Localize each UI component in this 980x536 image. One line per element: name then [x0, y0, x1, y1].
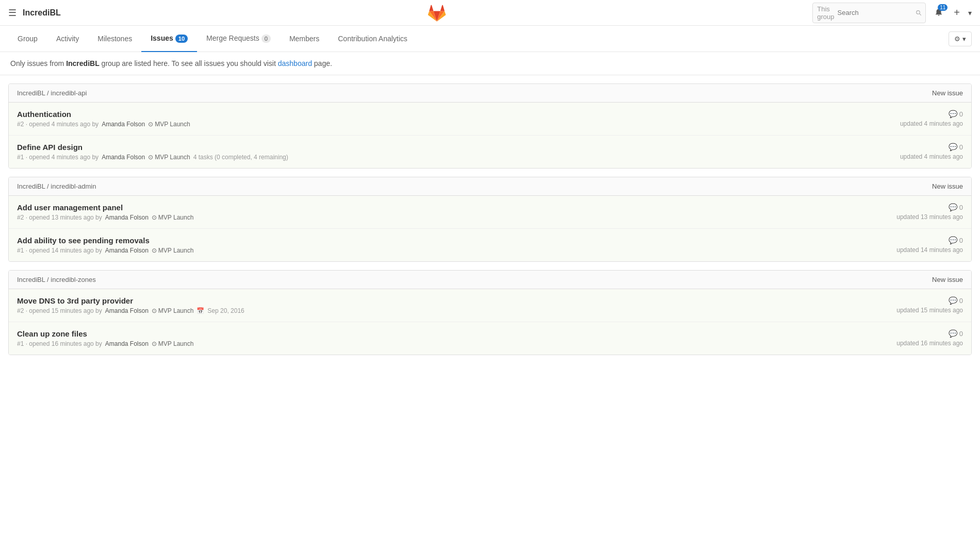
- issue-number: #1 · opened 16 minutes ago by: [17, 340, 102, 347]
- milestone-icon: ⊙: [148, 154, 153, 161]
- updated-time: updated 4 minutes ago: [900, 153, 963, 160]
- issue-date: Sep 20, 2016: [207, 307, 244, 314]
- updated-time: updated 14 minutes ago: [896, 246, 963, 254]
- milestone-icon: ⊙: [148, 121, 153, 128]
- issue-title[interactable]: Move DNS to 3rd party provider: [17, 296, 860, 305]
- issue-left-2-1: Clean up zone files#1 · opened 16 minute…: [17, 329, 860, 347]
- updated-time: updated 15 minutes ago: [896, 307, 963, 314]
- tab-issues[interactable]: Issues10: [141, 26, 197, 52]
- comment-number: 0: [959, 204, 963, 211]
- tab-milestones[interactable]: Milestones: [88, 26, 141, 52]
- issue-title[interactable]: Add ability to see pending removals: [17, 236, 860, 245]
- issue-author: Amanda Folson: [105, 340, 149, 347]
- issue-milestone: ⊙ MVP Launch: [152, 340, 194, 347]
- issue-title[interactable]: Define API design: [17, 143, 860, 152]
- issue-number: #1 · opened 14 minutes ago by: [17, 247, 102, 254]
- issue-left-0-1: Define API design#1 · opened 4 minutes a…: [17, 143, 860, 161]
- repo-path-2: IncrediBL / incredibl-zones: [17, 276, 96, 283]
- tab-contribution-analytics[interactable]: Contribution Analytics: [329, 26, 417, 52]
- comment-number: 0: [959, 143, 963, 151]
- search-input[interactable]: [838, 9, 913, 16]
- hamburger-icon[interactable]: ☰: [8, 7, 17, 19]
- milestone-icon: ⊙: [152, 307, 157, 314]
- search-icon: [916, 9, 921, 16]
- issue-left-1-1: Add ability to see pending removals#1 · …: [17, 236, 860, 254]
- top-bar-right: This group 11 + ▾: [812, 3, 972, 23]
- banner-group-name: IncrediBL: [66, 59, 100, 68]
- issue-right-0-1: 💬0updated 4 minutes ago: [860, 143, 963, 160]
- repo-header-1: IncrediBL / incredibl-adminNew issue: [9, 177, 971, 196]
- banner-suffix: page.: [312, 59, 332, 68]
- repo-block-1: IncrediBL / incredibl-adminNew issueAdd …: [8, 177, 972, 262]
- issue-right-2-1: 💬0updated 16 minutes ago: [860, 329, 963, 347]
- comment-icon: 💬: [949, 329, 957, 338]
- tab-merge-requests[interactable]: Merge Requests0: [197, 26, 280, 52]
- issue-row: Clean up zone files#1 · opened 16 minute…: [9, 322, 971, 355]
- comment-number: 0: [959, 330, 963, 338]
- repo-header-0: IncrediBL / incredibl-apiNew issue: [9, 84, 971, 103]
- issue-number: #2 · opened 4 minutes ago by: [17, 121, 99, 128]
- search-box[interactable]: This group: [812, 3, 926, 23]
- issue-milestone: ⊙ MVP Launch: [152, 307, 194, 314]
- issue-row: Add ability to see pending removals#1 · …: [9, 229, 971, 261]
- issue-number: #2 · opened 13 minutes ago by: [17, 214, 102, 221]
- issue-meta: #2 · opened 15 minutes ago by Amanda Fol…: [17, 307, 860, 314]
- issue-number: #1 · opened 4 minutes ago by: [17, 154, 99, 161]
- top-bar: ☰ IncrediBL This group 11: [0, 0, 980, 26]
- user-menu-button[interactable]: ▾: [968, 9, 972, 17]
- settings-button[interactable]: ⚙ ▾: [949, 31, 972, 46]
- issue-right-1-0: 💬0updated 13 minutes ago: [860, 203, 963, 221]
- banner-middle: group are listed here. To see all issues…: [100, 59, 278, 68]
- issue-author: Amanda Folson: [105, 247, 149, 254]
- issue-meta: #2 · opened 4 minutes ago by Amanda Fols…: [17, 121, 860, 128]
- tab-members[interactable]: Members: [280, 26, 329, 52]
- issue-meta: #1 · opened 16 minutes ago by Amanda Fol…: [17, 340, 860, 347]
- new-issue-link-0[interactable]: New issue: [932, 89, 963, 97]
- comment-count: 💬0: [949, 329, 963, 338]
- issue-title[interactable]: Authentication: [17, 110, 860, 119]
- comment-icon: 💬: [949, 203, 957, 211]
- comment-number: 0: [959, 110, 963, 118]
- gitlab-logo: [428, 4, 446, 22]
- issue-milestone: ⊙ MVP Launch: [152, 247, 194, 254]
- issue-title[interactable]: Add user management panel: [17, 203, 860, 212]
- issue-title[interactable]: Clean up zone files: [17, 329, 860, 338]
- updated-time: updated 4 minutes ago: [900, 120, 963, 127]
- dashboard-link[interactable]: dashboard: [278, 59, 312, 68]
- issue-author: Amanda Folson: [102, 154, 145, 161]
- tab-badge-merge-requests: 0: [262, 35, 271, 43]
- issue-row: Define API design#1 · opened 4 minutes a…: [9, 136, 971, 168]
- issue-milestone: ⊙ MVP Launch: [152, 214, 194, 221]
- issue-number: #2 · opened 15 minutes ago by: [17, 307, 102, 314]
- banner-prefix: Only issues from: [10, 59, 66, 68]
- tabs-bar: GroupActivityMilestonesIssues10Merge Req…: [0, 26, 980, 52]
- issue-right-0-0: 💬0updated 4 minutes ago: [860, 110, 963, 127]
- new-issue-link-2[interactable]: New issue: [932, 276, 963, 283]
- tab-activity[interactable]: Activity: [47, 26, 88, 52]
- comment-number: 0: [959, 237, 963, 244]
- issue-left-1-0: Add user management panel#2 · opened 13 …: [17, 203, 860, 221]
- info-banner: Only issues from IncrediBL group are lis…: [0, 52, 980, 75]
- repo-path-1: IncrediBL / incredibl-admin: [17, 182, 96, 190]
- repo-block-2: IncrediBL / incredibl-zonesNew issueMove…: [8, 270, 972, 355]
- issue-author: Amanda Folson: [105, 214, 149, 221]
- milestone-icon: ⊙: [152, 214, 157, 221]
- repo-block-0: IncrediBL / incredibl-apiNew issueAuthen…: [8, 83, 972, 169]
- issue-row: Move DNS to 3rd party provider#2 · opene…: [9, 289, 971, 322]
- notification-button[interactable]: 11: [932, 5, 945, 20]
- issue-meta: #1 · opened 4 minutes ago by Amanda Fols…: [17, 154, 860, 161]
- issue-left-0-0: Authentication#2 · opened 4 minutes ago …: [17, 110, 860, 128]
- issue-author: Amanda Folson: [105, 307, 149, 314]
- main-content: IncrediBL / incredibl-apiNew issueAuthen…: [0, 83, 980, 355]
- comment-count: 💬0: [949, 236, 963, 244]
- comment-icon: 💬: [949, 110, 957, 118]
- comment-count: 💬0: [949, 296, 963, 305]
- comment-number: 0: [959, 297, 963, 305]
- plus-button[interactable]: +: [952, 5, 962, 21]
- new-issue-link-1[interactable]: New issue: [932, 182, 963, 190]
- tab-group[interactable]: Group: [8, 26, 47, 52]
- comment-icon: 💬: [949, 296, 957, 305]
- search-group-label: This group: [817, 5, 834, 21]
- issue-tasks: 4 tasks (0 completed, 4 remaining): [193, 154, 288, 161]
- comment-count: 💬0: [949, 203, 963, 211]
